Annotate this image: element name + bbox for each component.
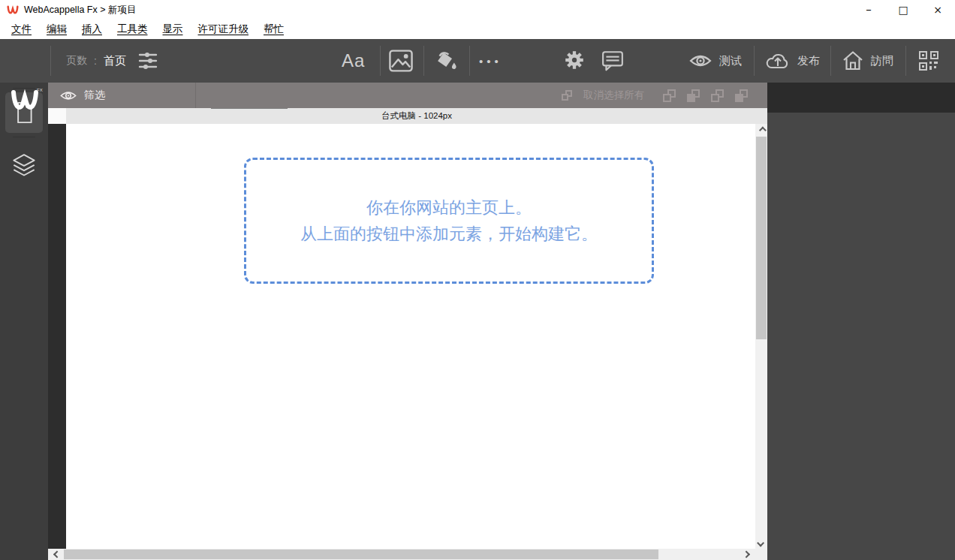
app-logo-icon bbox=[7, 5, 19, 15]
menu-display[interactable]: 显示 bbox=[155, 20, 191, 38]
cloud-upload-icon bbox=[766, 51, 790, 71]
layers-icon bbox=[9, 152, 39, 183]
menu-file[interactable]: 文件 bbox=[4, 20, 39, 38]
eye-icon bbox=[689, 53, 712, 69]
horizontal-scrollbar[interactable] bbox=[48, 549, 767, 560]
paste-icon[interactable] bbox=[687, 89, 700, 102]
vertical-scroll-thumb[interactable] bbox=[756, 137, 767, 339]
minimize-button[interactable]: – bbox=[851, 0, 886, 20]
pages-label: 页数 bbox=[66, 54, 87, 68]
menu-insert[interactable]: 插入 bbox=[74, 20, 110, 38]
comments-icon[interactable] bbox=[601, 50, 624, 72]
main-toolbar: FX 页数 : 首页 Zoom 100% ▼ Aa bbox=[0, 39, 955, 83]
device-bar: 台式电脑 - 1024px bbox=[48, 108, 767, 124]
filter-label: 筛选 bbox=[84, 89, 105, 102]
title-bar: WebAcappella Fx > 新项目 – □ × bbox=[0, 0, 955, 20]
filter-eye-icon bbox=[60, 90, 77, 101]
horizontal-scroll-thumb[interactable] bbox=[64, 549, 658, 559]
left-sidebar bbox=[0, 83, 48, 560]
svg-text:FX: FX bbox=[37, 88, 43, 92]
text-tool-button[interactable]: Aa bbox=[342, 50, 365, 71]
menu-help[interactable]: 帮忙 bbox=[256, 20, 291, 38]
page-canvas[interactable]: 你在你网站的主页上。 从上面的按钮中添加元素，开始构建它。 bbox=[66, 124, 755, 549]
right-panel bbox=[767, 83, 955, 560]
menu-tools[interactable]: 工具类 bbox=[110, 20, 155, 38]
menu-edit[interactable]: 编辑 bbox=[39, 20, 74, 38]
device-width-label: 台式电脑 - 1024px bbox=[381, 110, 452, 122]
sidebar-layers-button[interactable] bbox=[5, 150, 43, 185]
canvas-area: 你在你网站的主页上。 从上面的按钮中添加元素，开始构建它。 bbox=[48, 124, 767, 549]
duplicate-icon[interactable] bbox=[711, 89, 724, 102]
placeholder-line2: 从上面的按钮中添加元素，开始构建它。 bbox=[300, 221, 598, 247]
empty-page-placeholder[interactable]: 你在你网站的主页上。 从上面的按钮中添加元素，开始构建它。 bbox=[244, 158, 654, 284]
qr-code-icon[interactable] bbox=[919, 51, 938, 71]
test-button[interactable]: 测试 bbox=[689, 39, 742, 83]
fill-bucket-tool-button[interactable] bbox=[432, 48, 459, 74]
webacappella-logo-icon: FX bbox=[10, 86, 43, 113]
window-title: WebAcappella Fx > 新项目 bbox=[24, 4, 136, 17]
maximize-button[interactable]: □ bbox=[886, 0, 920, 20]
scroll-left-button[interactable] bbox=[48, 549, 64, 560]
vertical-scrollbar[interactable] bbox=[755, 124, 767, 549]
filter-bar: 筛选 取消选择所有 bbox=[48, 83, 767, 108]
more-tools-button[interactable]: ••• bbox=[479, 55, 502, 68]
page-settings-sliders-icon[interactable] bbox=[137, 50, 158, 71]
menu-license-upgrade[interactable]: 许可证升级 bbox=[191, 20, 257, 38]
scroll-right-button[interactable] bbox=[740, 549, 755, 560]
publish-button[interactable]: 发布 bbox=[766, 39, 820, 83]
pages-colon: : bbox=[94, 55, 97, 67]
image-tool-button[interactable] bbox=[388, 48, 414, 74]
deselect-all-button[interactable]: 取消选择所有 bbox=[583, 89, 644, 102]
settings-gear-icon[interactable] bbox=[563, 49, 586, 71]
scroll-down-button[interactable] bbox=[755, 537, 767, 549]
current-page-name[interactable]: 首页 bbox=[104, 54, 126, 68]
home-icon bbox=[842, 50, 863, 71]
filter-toggle-button[interactable]: 筛选 bbox=[60, 89, 105, 102]
scroll-up-button[interactable] bbox=[755, 124, 767, 136]
deselect-icon bbox=[562, 90, 572, 101]
paste-style-icon[interactable] bbox=[735, 89, 748, 102]
placeholder-line1: 你在你网站的主页上。 bbox=[366, 194, 532, 221]
close-button[interactable]: × bbox=[920, 0, 955, 20]
copy-icon[interactable] bbox=[663, 89, 676, 102]
visit-button[interactable]: 訪問 bbox=[842, 39, 893, 83]
menu-bar: 文件 编辑 插入 工具类 显示 许可证升级 帮忙 bbox=[0, 20, 955, 39]
